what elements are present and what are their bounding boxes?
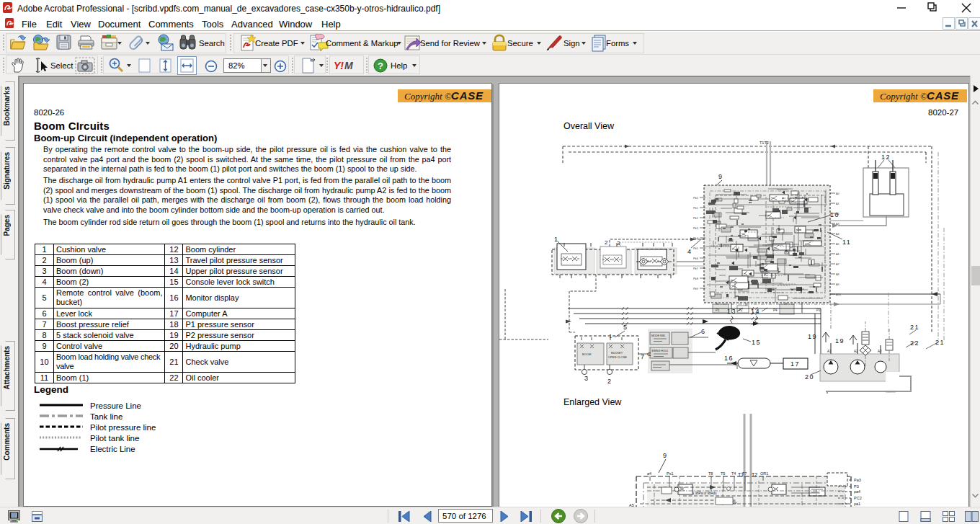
svg-text:A7: A7 [836,263,839,266]
svg-text:BOOM: BOOM [582,352,591,356]
svg-text:11: 11 [842,239,851,246]
svg-text:P4: P4 [773,308,778,312]
svg-text:19: 19 [835,337,845,345]
svg-text:17: 17 [790,360,800,368]
svg-text:22: 22 [910,339,919,347]
svg-text:A6: A6 [836,253,839,256]
svg-text:P3: P3 [816,308,821,312]
svg-text:13: 13 [727,308,736,315]
svg-text:7: 7 [641,353,644,360]
svg-text:1: 1 [609,333,612,339]
svg-text:2: 2 [605,239,608,246]
svg-text:Pb5: Pb5 [693,247,698,250]
svg-text:19: 19 [808,333,817,340]
svg-text:OR1: OR1 [760,471,768,476]
svg-text:MODE SWL: MODE SWL [651,334,666,337]
svg-text:Pb6: Pb6 [693,257,698,260]
svg-text:16: 16 [724,355,734,362]
svg-text:pa1: pa1 [854,502,860,506]
svg-text:T4: T4 [731,471,736,476]
svg-text:Pb1: Pb1 [693,207,698,210]
svg-text:A0: A0 [836,192,839,195]
svg-text:P3: P3 [854,484,859,489]
svg-text:14: 14 [751,308,760,315]
svg-text:P2: P2 [739,308,743,312]
svg-text:Ps1: Ps1 [667,471,673,476]
svg-text:4: 4 [687,248,691,255]
svg-text:9: 9 [718,173,722,180]
svg-text:Pb9: Pb9 [693,288,698,290]
svg-text:T1T2: T1T2 [760,141,769,145]
svg-text:A9: A9 [836,283,839,286]
svg-text:?: ? [378,61,383,71]
svg-text:T7: T7 [742,471,747,476]
svg-text:3: 3 [617,240,620,247]
svg-text:2: 2 [607,378,611,385]
svg-text:T5: T5 [721,471,725,476]
svg-text:5: 5 [623,324,627,331]
svg-text:Pa3: Pa3 [854,478,861,482]
svg-text:Pb7: Pb7 [693,267,698,270]
svg-text:3: 3 [584,375,588,382]
svg-text:C: C [647,351,651,358]
svg-text:A8: A8 [836,273,839,276]
svg-text:15: 15 [752,339,761,346]
svg-text:P1: P1 [716,308,720,312]
svg-text:A5: A5 [836,243,839,246]
svg-text:6: 6 [701,328,705,335]
svg-text:BUCKET: BUCKET [611,351,623,355]
svg-text:21: 21 [910,324,919,331]
svg-text:pa4: pa4 [854,489,860,494]
svg-text:A3: A3 [878,350,882,353]
svg-text:1.96Pa of 98Adu: 1.96Pa of 98Adu [692,492,717,495]
svg-text:T8: T8 [708,471,713,476]
svg-text:OPEN CLOSE: OPEN CLOSE [608,355,627,359]
svg-text:12: 12 [881,154,891,161]
svg-text:a4: a4 [647,471,651,476]
svg-text:SWING HOLD: SWING HOLD [651,350,669,352]
svg-text:10: 10 [830,211,839,218]
svg-text:A1: A1 [836,203,839,205]
svg-text:9: 9 [663,452,667,459]
svg-text:Pb0: Pb0 [693,197,698,200]
svg-text:SM0894: SM0894 [886,391,895,394]
svg-text:PC2: PC2 [854,496,862,500]
svg-text:A4: A4 [836,233,839,236]
svg-text:Pb2: Pb2 [693,217,698,220]
svg-text:Pb8: Pb8 [693,277,698,280]
svg-text:1: 1 [554,236,558,243]
svg-text:Pb3: Pb3 [693,227,698,230]
svg-text:21: 21 [935,339,945,346]
svg-text:20: 20 [805,373,814,381]
